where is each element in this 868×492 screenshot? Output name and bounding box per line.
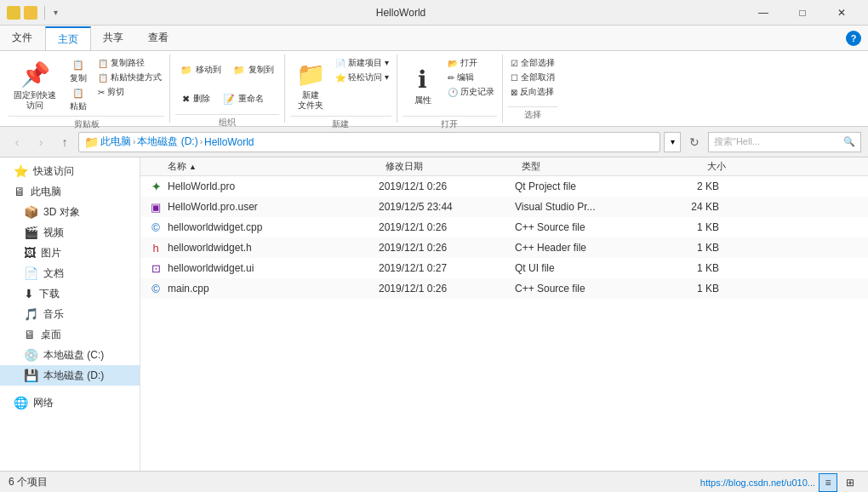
paste-label: 粘贴 [70, 100, 87, 112]
forward-button[interactable]: › [31, 132, 51, 152]
back-button[interactable]: ‹ [7, 132, 27, 152]
table-row[interactable]: ✦ HelloWorld.pro 2019/12/1 0:26 Qt Proje… [140, 176, 868, 197]
details-view-button[interactable]: ≡ [819, 473, 837, 492]
file-name: helloworldwidget.cpp [168, 221, 262, 233]
file-name: HelloWorld.pro [168, 180, 235, 192]
invert-icon: ⊠ [511, 88, 517, 97]
copy-button[interactable]: 📋 复制 [63, 56, 94, 87]
select-none-label: 全部取消 [521, 72, 555, 83]
close-button[interactable]: ✕ [822, 0, 861, 26]
col-header-date[interactable]: 修改日期 [385, 160, 522, 173]
breadcrumb-dropdown[interactable]: ▾ [664, 132, 681, 152]
tab-home[interactable]: 主页 [45, 26, 91, 50]
new-item-label: 新建项目 ▾ [348, 57, 389, 69]
tab-file[interactable]: 文件 [0, 26, 45, 50]
file-name: helloworldwidget.ui [168, 262, 254, 274]
delete-button[interactable]: ✖ 删除 [175, 85, 216, 112]
file-date: 2019/12/1 0:26 [379, 242, 515, 254]
file-size: 1 KB [651, 283, 719, 295]
easy-access-button[interactable]: ⭐ 轻松访问 ▾ [333, 71, 391, 84]
breadcrumb-folder[interactable]: HelloWorld [204, 136, 254, 148]
3d-label: 3D 对象 [43, 205, 80, 220]
select-label: 选择 [508, 106, 557, 123]
file-name-col: © helloworldwidget.cpp [147, 219, 379, 236]
title-bar: ▾ HelloWorld — □ ✕ [0, 0, 868, 26]
organize-row2: ✖ 删除 📝 重命名 [175, 85, 269, 112]
history-icon: 🕐 [448, 88, 458, 97]
paste-shortcut-button[interactable]: 📋 粘贴快捷方式 [95, 71, 164, 84]
file-type: C++ Source file [515, 221, 651, 233]
select-all-button[interactable]: ☑ 全部选择 [508, 56, 557, 70]
new-folder-button[interactable]: 📁 新建文件夹 [290, 56, 331, 114]
file-icon: ⊡ [147, 260, 164, 277]
table-row[interactable]: ⊡ helloworldwidget.ui 2019/12/1 0:27 Qt … [140, 258, 868, 278]
search-bar[interactable]: 搜索"Hell... 🔍 [708, 132, 861, 152]
new-folder-label: 新建文件夹 [298, 90, 323, 111]
copy-to-icon: 📁 [233, 65, 245, 76]
col-size-label: 大小 [707, 161, 726, 171]
tiles-view-button[interactable]: ⊞ [841, 473, 859, 492]
breadcrumb-drive[interactable]: 本地磁盘 (D:) [137, 134, 197, 149]
col-header-name[interactable]: 名称 ▲ [147, 160, 385, 173]
file-icon: ✦ [147, 178, 164, 195]
sidebar-item-pictures[interactable]: 🖼 图片 [0, 243, 140, 263]
breadcrumb-pc[interactable]: 此电脑 [100, 134, 131, 149]
copy-icon: 📋 [72, 60, 84, 71]
open-button[interactable]: 📂 打开 [445, 56, 497, 70]
sidebar-item-3d[interactable]: 📦 3D 对象 [0, 202, 140, 222]
paste-button[interactable]: 📋 粘贴 [63, 88, 94, 112]
sidebar-item-drive-c[interactable]: 💿 本地磁盘 (C:) [0, 345, 140, 365]
table-row[interactable]: © helloworldwidget.cpp 2019/12/1 0:26 C+… [140, 217, 868, 237]
move-to-button[interactable]: 📁 移动到 [175, 56, 226, 83]
sidebar-item-video[interactable]: 🎬 视频 [0, 222, 140, 243]
minimize-button[interactable]: — [744, 0, 783, 26]
file-name-col: © main.cpp [147, 280, 379, 297]
refresh-button[interactable]: ↻ [684, 132, 705, 152]
col-header-type[interactable]: 类型 [522, 160, 658, 173]
edit-button[interactable]: ✏ 编辑 [445, 71, 497, 84]
clipboard-col: 📋 复制 📋 粘贴 [63, 56, 94, 112]
title-divider [44, 6, 45, 20]
file-size: 1 KB [651, 242, 719, 254]
file-name: main.cpp [168, 283, 209, 295]
sidebar-item-this-pc[interactable]: 🖥 此电脑 [0, 181, 140, 202]
sidebar-item-desktop[interactable]: 🖥 桌面 [0, 324, 140, 345]
table-row[interactable]: h helloworldwidget.h 2019/12/1 0:26 C++ … [140, 237, 868, 258]
pin-quick-access-button[interactable]: 📌 固定到快速访问 [9, 56, 61, 114]
network-label: 网络 [33, 396, 54, 410]
open-icon: 📂 [448, 59, 458, 68]
sidebar-item-network[interactable]: 🌐 网络 [0, 392, 140, 413]
file-size: 1 KB [651, 221, 719, 233]
col-header-size[interactable]: 大小 [658, 160, 726, 173]
sidebar-item-drive-d[interactable]: 💾 本地磁盘 (D:) [0, 365, 140, 386]
paste-shortcut-label: 粘贴快捷方式 [111, 72, 162, 83]
rename-button[interactable]: 📝 重命名 [218, 85, 269, 112]
sidebar-item-music[interactable]: 🎵 音乐 [0, 304, 140, 324]
select-group: ☑ 全部选择 ☐ 全部取消 ⊠ 反向选择 选择 [503, 54, 562, 123]
up-button[interactable]: ↑ [54, 132, 75, 152]
copy-path-icon: 📋 [98, 59, 108, 68]
tab-share[interactable]: 共享 [91, 26, 136, 50]
history-button[interactable]: 🕐 历史记录 [445, 85, 497, 99]
table-row[interactable]: ▣ HelloWorld.pro.user 2019/12/5 23:44 Vi… [140, 197, 868, 217]
move-icon: 📁 [180, 65, 192, 76]
select-none-button[interactable]: ☐ 全部取消 [508, 71, 557, 84]
file-date: 2019/12/1 0:27 [379, 262, 515, 274]
table-row[interactable]: © main.cpp 2019/12/1 0:26 C++ Source fil… [140, 278, 868, 299]
sidebar-item-quick-access[interactable]: ⭐ 快速访问 [0, 161, 140, 181]
cut-button[interactable]: ✂ 剪切 [95, 85, 164, 99]
help-icon[interactable]: ? [846, 31, 861, 46]
sidebar-spacer [0, 386, 140, 392]
invert-select-button[interactable]: ⊠ 反向选择 [508, 85, 557, 99]
copy-to-button[interactable]: 📁 复制到 [228, 56, 279, 83]
paste-shortcut-icon: 📋 [98, 73, 108, 83]
tab-view[interactable]: 查看 [136, 26, 181, 50]
properties-button[interactable]: ℹ 属性 [403, 56, 443, 114]
new-item-button[interactable]: 📄 新建项目 ▾ [333, 56, 391, 70]
3d-icon: 📦 [24, 205, 38, 219]
open-col: 📂 打开 ✏ 编辑 🕐 历史记录 [445, 56, 497, 99]
sidebar-item-documents[interactable]: 📄 文档 [0, 263, 140, 283]
sidebar-item-downloads[interactable]: ⬇ 下载 [0, 283, 140, 304]
copy-path-button[interactable]: 📋 复制路径 [95, 56, 164, 70]
maximize-button[interactable]: □ [783, 0, 822, 26]
